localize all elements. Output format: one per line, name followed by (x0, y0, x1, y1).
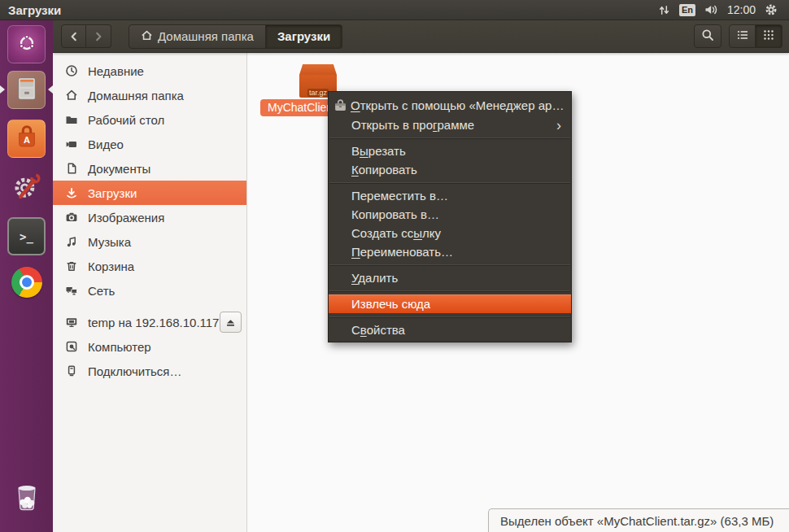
menu-item-extract-here[interactable]: Извлечь сюда (329, 294, 571, 313)
breadcrumb-home-label: Домашняя папка (158, 29, 254, 43)
menu-item-open-with-archive-manager[interactable]: Открыть с помощью «Менеджер ар… (329, 94, 571, 116)
toolbar-right (694, 24, 782, 48)
running-indicator-arrow (0, 85, 5, 94)
launcher-item-system-settings[interactable] (7, 168, 46, 207)
list-view-button[interactable] (729, 24, 756, 48)
connect-server-icon (65, 364, 78, 377)
back-button[interactable] (61, 24, 86, 48)
sidebar-item-network[interactable]: Сеть (53, 278, 246, 303)
archive-manager-icon (333, 98, 347, 112)
toolbar: Домашняя папка Загрузки (53, 20, 789, 53)
svg-text:A: A (24, 135, 30, 145)
launcher-item-chrome[interactable] (7, 263, 46, 301)
home-icon (65, 89, 78, 102)
downloads-arrow-icon (65, 186, 78, 199)
sidebar-item-videos[interactable]: Видео (53, 132, 246, 156)
context-menu: Открыть с помощью «Менеджер ар… Открыть … (328, 91, 572, 342)
ubuntu-logo-icon (14, 30, 40, 59)
sidebar-item-remote-share[interactable]: temp на 192.168.10.117 (53, 310, 246, 334)
chrome-icon (11, 267, 42, 298)
text-input-switcher-icon[interactable] (658, 4, 670, 16)
eject-button[interactable] (220, 312, 242, 333)
nav-buttons (61, 24, 111, 48)
volume-icon[interactable] (704, 3, 718, 16)
menu-item-rename[interactable]: Переименовать… (329, 242, 571, 261)
menu-separator (329, 137, 570, 138)
breadcrumb-home[interactable]: Домашняя папка (129, 24, 266, 49)
menu-separator (329, 182, 570, 183)
sidebar-section-gap (53, 303, 246, 310)
sidebar-item-downloads[interactable]: Загрузки (53, 181, 246, 205)
sidebar-item-music[interactable]: Музыка (53, 229, 246, 254)
search-icon (701, 28, 714, 45)
launcher-item-terminal[interactable]: >_ (7, 217, 46, 255)
sidebar-item-recent[interactable]: Недавние (53, 59, 246, 83)
grid-view-button[interactable] (756, 24, 782, 48)
top-panel: Загрузки En 12:00 (0, 0, 789, 20)
sidebar-item-desktop[interactable]: Рабочий стол (53, 107, 246, 132)
menu-item-copy-to[interactable]: Копировать в… (329, 205, 571, 224)
gear-wrench-icon (11, 170, 43, 206)
launcher-item-software-center[interactable]: A (7, 120, 46, 158)
status-bar: Выделен объект «MyChatClient.tar.gz» (63… (488, 508, 789, 532)
unity-launcher: A >_ (0, 20, 53, 532)
breadcrumb-downloads[interactable]: Загрузки (266, 24, 342, 49)
list-view-icon (736, 28, 749, 45)
launcher-item-trash[interactable] (7, 478, 46, 517)
computer-drive-icon (65, 340, 78, 353)
menu-item-properties[interactable]: Свойства (329, 321, 571, 339)
sidebar-item-label: Изображения (88, 211, 164, 225)
clock-icon (65, 64, 78, 77)
sidebar-item-label: Корзина (88, 259, 134, 273)
sidebar-item-home[interactable]: Домашняя папка (53, 83, 246, 107)
launcher-item-files[interactable] (7, 71, 46, 109)
sidebar-item-pictures[interactable]: Изображения (53, 205, 246, 229)
archive-extension-label: tar.gz (307, 89, 329, 97)
focused-indicator-arrow (48, 85, 53, 94)
archive-box-top (299, 64, 337, 75)
menu-item-delete[interactable]: Удалить (329, 268, 571, 287)
menu-separator (329, 290, 570, 291)
sidebar-item-computer[interactable]: Компьютер (53, 334, 246, 359)
search-button[interactable] (694, 24, 721, 48)
sidebar-item-label: Музыка (88, 235, 131, 249)
panel-app-title: Загрузки (0, 3, 61, 17)
launcher-item-dash[interactable] (7, 25, 46, 63)
menu-item-move-to[interactable]: Переместить в… (329, 186, 571, 205)
session-gear-icon[interactable] (765, 3, 778, 16)
sidebar-item-label: temp на 192.168.10.117 (88, 316, 219, 329)
desktop: Загрузки En 12:00 (0, 0, 789, 532)
forward-button[interactable] (86, 24, 111, 48)
trash-full-icon (11, 479, 42, 517)
home-icon (141, 29, 153, 44)
trash-icon (65, 259, 78, 273)
sidebar-item-trash[interactable]: Корзина (53, 254, 246, 278)
video-camera-icon (65, 137, 78, 150)
sidebar-item-label: Загрузки (88, 186, 137, 200)
places-sidebar: Недавние Домашняя папка Рабочий стол (53, 53, 247, 532)
software-center-bag-icon: A (12, 123, 41, 155)
sidebar-item-label: Сеть (88, 284, 115, 298)
sidebar-item-label: Компьютер (88, 340, 151, 354)
sidebar-item-connect-to-server[interactable]: Подключиться… (53, 359, 246, 383)
menu-item-create-link[interactable]: Создать ссылку (329, 224, 571, 242)
camera-icon (65, 211, 78, 224)
menu-item-cut[interactable]: Вырезать (329, 142, 571, 160)
menu-separator (329, 316, 570, 317)
terminal-prompt-icon: >_ (20, 230, 33, 243)
clock-indicator[interactable]: 12:00 (727, 3, 756, 16)
document-icon (65, 162, 78, 175)
sidebar-item-label: Недавние (88, 64, 144, 78)
menu-item-copy[interactable]: Копировать (329, 160, 571, 179)
keyboard-layout-indicator[interactable]: En (679, 4, 695, 16)
selection-status-text: Выделен объект «MyChatClient.tar.gz» (63… (500, 514, 774, 528)
remote-share-icon (65, 316, 78, 329)
sidebar-item-label: Домашняя папка (88, 89, 184, 102)
music-note-icon (65, 235, 78, 248)
breadcrumb: Домашняя папка Загрузки (129, 24, 342, 49)
sidebar-item-documents[interactable]: Документы (53, 156, 246, 181)
file-cabinet-icon (13, 74, 41, 107)
sidebar-item-label: Рабочий стол (88, 113, 164, 127)
menu-item-open-with-application[interactable]: Открыть в программе › (329, 116, 571, 134)
view-toggle-group (729, 24, 782, 48)
